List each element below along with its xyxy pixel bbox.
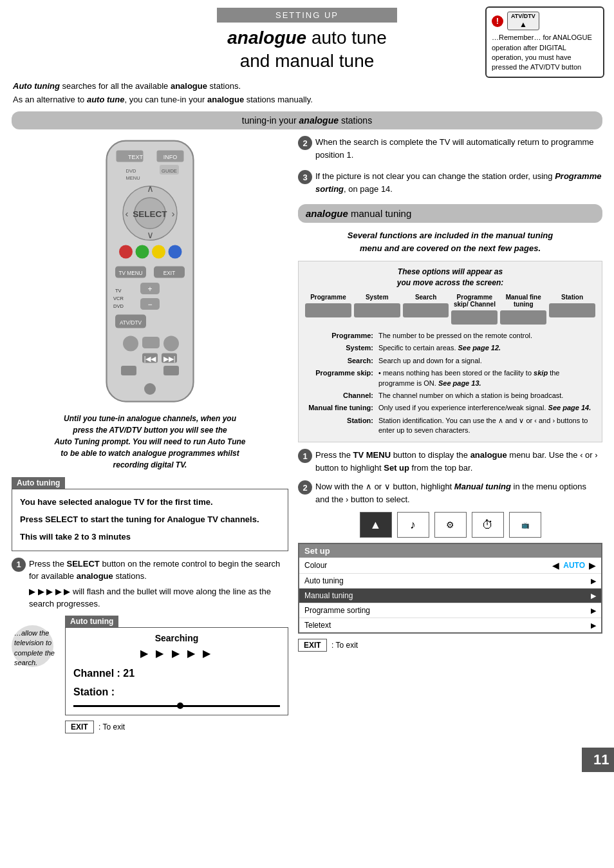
svg-text:EXIT: EXIT	[163, 270, 175, 276]
searching-title: Searching	[73, 633, 280, 643]
step-1-sub: ▶ ▶ ▶ ▶ ▶ will flash and the bullet will…	[29, 585, 288, 610]
svg-rect-34	[142, 337, 160, 348]
menu-icon-music: ♪	[397, 512, 429, 538]
def-row-progskip: Programme skip: • means nothing has been…	[305, 367, 595, 390]
svg-text:+: +	[147, 285, 152, 294]
colour-arrow-left: ◀	[552, 560, 559, 571]
progress-line	[73, 705, 280, 707]
steps-right: 2 When the search is complete the TV wil…	[298, 136, 602, 195]
menu-icon-tv: 📺	[509, 512, 541, 538]
svg-text:−: −	[147, 300, 152, 309]
bottom-exit-row: EXIT : To exit	[298, 639, 602, 652]
arrows-row: ▶ ▶ ▶ ▶ ▶	[73, 647, 280, 659]
def-term-search: Search:	[305, 355, 376, 367]
definitions-table: Programme: The number to be pressed on t…	[305, 330, 595, 437]
progsorting-arrow: ▶	[591, 607, 596, 615]
setup-item-autotuning-name: Auto tuning	[304, 576, 591, 585]
manual-step-1-row: 1 Press the TV MENU button to display th…	[298, 449, 602, 474]
several-functions-text: Several functions are included in the ma…	[298, 229, 602, 254]
svg-text:∧: ∧	[147, 183, 154, 194]
def-term-progskip: Programme skip:	[305, 367, 376, 390]
analogue-bold: analogue	[299, 115, 339, 126]
svg-rect-40	[121, 366, 136, 375]
def-row-system: System: Specific to certain areas. See p…	[305, 342, 595, 354]
searching-inner-label: Auto tuning	[65, 616, 118, 627]
def-def-programme: The number to be pressed on the remote c…	[376, 330, 595, 342]
def-def-search: Search up and down for a signal.	[376, 355, 595, 367]
setup-item-progsorting[interactable]: Programme sorting ▶	[299, 603, 601, 618]
svg-point-16	[119, 245, 133, 259]
menu-icons-row: ▲ ♪ ⚙ ⏱ 📺	[298, 512, 602, 538]
opt-col-manual-fine: Manual fine tuning	[500, 294, 546, 325]
step-2-content: When the search is complete the TV will …	[315, 136, 602, 161]
auto-tuning-section: Auto tuning You have selected analogue T…	[12, 477, 288, 551]
svg-text:|◀◀: |◀◀	[144, 355, 157, 363]
auto-tuning-italic: Auto tuning	[13, 81, 60, 91]
menu-icon-triangle: ▲	[360, 512, 392, 538]
svg-point-18	[152, 245, 165, 259]
notice-box: ! ATV/DTV ▲ …Remember… for ANALOGUE oper…	[485, 6, 604, 78]
searching-content: Searching ▶ ▶ ▶ ▶ ▶ Channel : 21 Station…	[65, 627, 288, 716]
svg-text:▶▶|: ▶▶|	[163, 355, 176, 363]
exit-text: : To exit	[98, 722, 125, 731]
searching-note: …allow the television to complete the se…	[12, 616, 60, 668]
setup-menu-header: Set up	[299, 544, 601, 558]
remote-container: TEXT INFO GUIDE DVD MENU SELECT ∧ ∨ ‹ ›	[12, 136, 288, 406]
remote-caption: Until you tune-in analogue channels, whe…	[12, 413, 288, 471]
svg-text:TV MENU: TV MENU	[118, 270, 142, 276]
notice-header: ! ATV/DTV ▲	[492, 12, 598, 30]
auto-tuning-label: Auto tuning	[12, 477, 65, 489]
svg-point-19	[169, 245, 182, 259]
menu-icon-clock: ⏱	[472, 512, 504, 538]
bottom-exit-button[interactable]: EXIT	[298, 639, 327, 652]
opt-col-search: Search	[403, 294, 449, 325]
setup-item-manualtuning-name: Manual tuning	[304, 591, 591, 600]
teletext-arrow: ▶	[591, 621, 596, 630]
svg-point-42	[144, 383, 156, 395]
menu-icon-settings: ⚙	[434, 512, 467, 538]
setup-item-progsorting-name: Programme sorting	[304, 606, 591, 615]
setup-item-teletext[interactable]: Teletext ▶	[299, 618, 601, 632]
right-step-2: 2 When the search is complete the TV wil…	[298, 136, 602, 161]
opt-col-programme-skip: Programme skip/ Channel	[451, 294, 498, 325]
def-row-search: Search: Search up and down for a signal.	[305, 355, 595, 367]
svg-text:MENU: MENU	[126, 175, 140, 181]
page-number: 11	[582, 748, 614, 772]
svg-text:‹: ‹	[126, 208, 129, 219]
options-box: These options will appear asyou move acr…	[298, 261, 602, 442]
def-def-progskip: • means nothing has been stored or the f…	[376, 367, 595, 390]
setup-item-manualtuning[interactable]: Manual tuning ▶	[299, 589, 601, 603]
exit-button[interactable]: EXIT	[65, 721, 94, 733]
title-auto-tune-text: auto tune	[312, 28, 387, 48]
svg-point-33	[123, 336, 138, 352]
manual-step-1-content: Press the TV MENU button to display the …	[315, 449, 602, 474]
right-column: 2 When the search is complete the TV wil…	[288, 136, 602, 740]
analogue-manual-header: analogue manual tuning	[298, 204, 602, 223]
def-row-programme: Programme: The number to be pressed on t…	[305, 330, 595, 342]
svg-text:INFO: INFO	[163, 154, 178, 160]
searching-note-area: …allow the television to complete the se…	[12, 616, 60, 668]
def-def-system: Specific to certain areas. See page 12.	[376, 342, 595, 354]
setup-item-teletext-name: Teletext	[304, 621, 591, 630]
step-3-content: If the picture is not clear you can chan…	[315, 170, 602, 195]
title-manual-tune: and manual tune	[240, 51, 375, 71]
setup-item-colour[interactable]: Colour ◀ AUTO ▶	[299, 558, 601, 574]
opt-col-station: Station	[549, 294, 595, 325]
svg-text:TEXT: TEXT	[128, 154, 144, 160]
setup-item-autotuning[interactable]: Auto tuning ▶	[299, 574, 601, 589]
progress-bullet	[177, 703, 183, 709]
def-term-channel: Channel:	[305, 390, 376, 402]
subtitle-line1: Auto tuning searches for all the availab…	[13, 80, 601, 93]
svg-text:∨: ∨	[147, 229, 154, 240]
svg-text:ATV/DTV: ATV/DTV	[120, 320, 142, 326]
def-row-mft: Manual fine tuning: Only used if you exp…	[305, 402, 595, 414]
autotuning-arrow: ▶	[591, 577, 596, 585]
svg-text:GUIDE: GUIDE	[162, 168, 177, 174]
searching-area: …allow the television to complete the se…	[12, 616, 288, 734]
auto-tuning-line3: This will take 2 to 3 minutes	[20, 532, 131, 542]
def-def-channel: The channel number on which a station is…	[376, 390, 595, 402]
station-value: Station :	[73, 683, 280, 702]
auto-tuning-box: You have selected analogue TV for the fi…	[12, 489, 288, 551]
channel-value: Channel : 21	[73, 665, 280, 683]
options-columns: Programme System Search Programme skip/ …	[305, 294, 595, 325]
